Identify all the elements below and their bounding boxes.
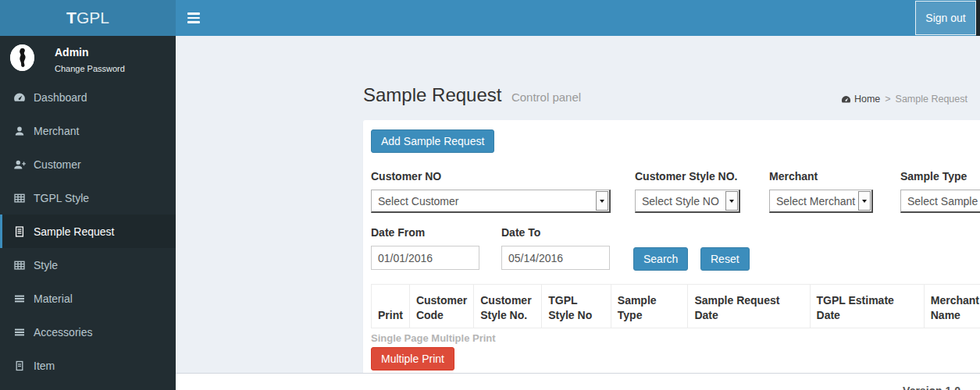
dropdown-arrow-button[interactable]	[596, 191, 608, 211]
customer-no-select-value: Select Customer	[372, 190, 595, 211]
add-sample-request-button[interactable]: Add Sample Request	[371, 129, 494, 153]
customer-style-no-label: Customer Style NO.	[635, 170, 740, 183]
home-dashboard-icon	[841, 94, 851, 105]
multiple-print-button[interactable]: Multiple Print	[371, 347, 454, 370]
sidebar-item-label: Dashboard	[34, 91, 87, 104]
customer-no-select[interactable]: Select Customer	[371, 190, 611, 213]
sidebar-item-merchant[interactable]: Merchant	[0, 114, 176, 147]
scrollbar-strip	[976, 0, 980, 36]
sidebar-item-style[interactable]: Style	[0, 248, 176, 282]
sidebar-item-sample-request[interactable]: Sample Request	[0, 214, 176, 248]
table-icon	[13, 192, 27, 204]
filter-merchant: Merchant Select Merchant	[769, 170, 873, 213]
sample-request-table: Print Customer Code Customer Style No. T…	[371, 284, 980, 328]
table-icon	[13, 259, 27, 271]
reset-button[interactable]: Reset	[700, 247, 750, 271]
sidebar-menu: Dashboard Merchant Customer TGPL Style S…	[0, 80, 176, 382]
top-navbar: TGPL Sign out	[0, 0, 980, 36]
sidebar-item-item[interactable]: Item	[0, 349, 176, 382]
col-sample-type: Sample Type	[611, 285, 688, 328]
breadcrumb-home-link[interactable]: Home	[841, 94, 880, 105]
logo-text-light: GPL	[77, 9, 109, 27]
sidebar-item-label: Merchant	[34, 125, 79, 137]
sidebar-item-label: Style	[34, 259, 58, 271]
avatar	[10, 44, 34, 71]
version-text: Version 1.0	[903, 385, 960, 390]
content-area: Sample Request Control panel Home > Samp…	[176, 36, 980, 373]
breadcrumb-separator: >	[885, 94, 890, 105]
logo-text-bold: T	[66, 9, 77, 27]
filter-customer-style-no: Customer Style NO. Select Style NO	[635, 170, 740, 213]
sidebar-item-label: Material	[34, 292, 73, 305]
col-customer-style-no: Customer Style No.	[474, 285, 542, 328]
chevron-down-icon	[600, 200, 604, 203]
bars-icon	[13, 326, 27, 339]
sidebar-item-label: Sample Request	[34, 225, 115, 238]
merchant-select-value: Select Merchant	[770, 190, 857, 211]
change-password-link[interactable]: Change Password	[55, 64, 125, 73]
col-print: Print	[372, 285, 410, 328]
file-text-icon	[13, 225, 27, 238]
sidebar-toggle-icon[interactable]	[187, 0, 216, 36]
app-logo[interactable]: TGPL	[0, 0, 176, 36]
sidebar-item-customer[interactable]: Customer	[0, 147, 176, 181]
bars-icon	[13, 292, 27, 305]
customer-style-no-select-value: Select Style NO	[636, 190, 725, 211]
dropdown-arrow-button[interactable]	[725, 191, 738, 211]
footer: Version 1.0	[176, 373, 980, 390]
sidebar-item-label: Accessories	[34, 326, 92, 339]
chevron-down-icon	[862, 200, 867, 203]
sidebar-item-material[interactable]: Material	[0, 282, 176, 315]
sidebar-item-label: Item	[34, 360, 55, 372]
filter-date-to: Date To	[501, 226, 610, 270]
date-to-label: Date To	[501, 226, 610, 239]
sample-type-select[interactable]: Select Sample Typ	[900, 190, 980, 213]
filter-date-from: Date From	[371, 226, 479, 270]
col-tgpl-style-no: TGPL Style No	[542, 285, 611, 328]
user-name: Admin	[55, 46, 125, 58]
dashboard-icon	[13, 91, 27, 104]
col-customer-code: Customer Code	[409, 285, 473, 328]
sidebar-item-label: TGPL Style	[34, 192, 89, 204]
filter-sample-type: Sample Type Select Sample Typ	[900, 170, 980, 213]
search-button[interactable]: Search	[633, 247, 688, 271]
breadcrumb-home-label: Home	[854, 94, 880, 105]
chevron-down-icon	[729, 200, 734, 203]
filter-box: Add Sample Request Customer NO Select Cu…	[363, 120, 980, 381]
breadcrumb-current: Sample Request	[896, 94, 968, 105]
date-from-label: Date From	[371, 226, 479, 239]
col-sample-request-date: Sample Request Date	[688, 285, 810, 328]
col-merchant-name: Merchant Name	[924, 285, 980, 328]
single-page-multiple-print-note: Single Page Multiple Print	[371, 332, 496, 344]
user-avatar-figure	[10, 44, 34, 71]
date-to-input[interactable]	[501, 246, 610, 270]
customer-style-no-select[interactable]: Select Style NO	[635, 190, 740, 213]
sidebar-item-label: Customer	[34, 158, 81, 171]
merchant-label: Merchant	[769, 170, 873, 183]
sample-type-label: Sample Type	[900, 170, 980, 183]
sidebar-item-tgpl-style[interactable]: TGPL Style	[0, 181, 176, 214]
sign-out-button[interactable]: Sign out	[915, 1, 976, 35]
page-title-text: Sample Request	[363, 84, 501, 105]
sidebar-item-accessories[interactable]: Accessories	[0, 315, 176, 349]
user-plus-icon	[13, 158, 27, 171]
merchant-select[interactable]: Select Merchant	[769, 190, 873, 213]
user-panel: Admin Change Password	[0, 36, 176, 80]
page-title: Sample Request Control panel	[363, 84, 581, 106]
file-icon	[13, 360, 27, 372]
date-from-input[interactable]	[371, 246, 479, 270]
sidebar: Admin Change Password Dashboard Merchant…	[0, 36, 176, 390]
col-tgpl-estimate-date: TGPL Estimate Date	[810, 285, 924, 328]
table-header-row: Print Customer Code Customer Style No. T…	[372, 285, 980, 328]
sidebar-item-dashboard[interactable]: Dashboard	[0, 80, 176, 114]
dropdown-arrow-button[interactable]	[858, 191, 871, 211]
sample-type-select-value: Select Sample Typ	[901, 190, 980, 211]
breadcrumb: Home > Sample Request	[841, 94, 968, 105]
customer-no-label: Customer NO	[371, 170, 611, 183]
filter-customer-no: Customer NO Select Customer	[371, 170, 611, 213]
user-icon	[13, 125, 27, 137]
page-subtitle: Control panel	[511, 90, 581, 104]
